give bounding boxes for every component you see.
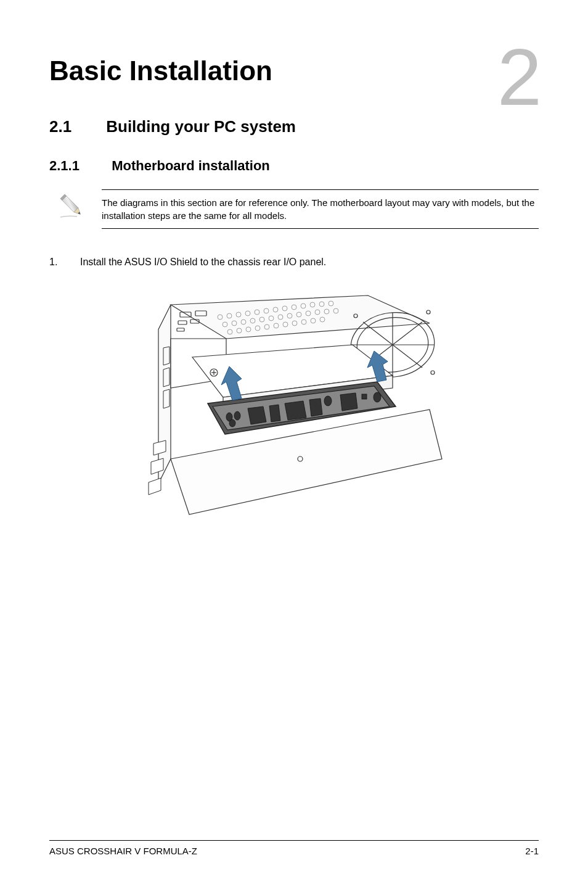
subsection-number: 2.1.1	[49, 158, 108, 174]
chapter-number: 2	[497, 37, 542, 117]
svg-point-54	[431, 371, 435, 374]
io-shield-diagram	[134, 286, 454, 533]
subsection-heading: 2.1.1 Motherboard installation	[49, 158, 539, 174]
section-heading: 2.1 Building your PC system	[49, 117, 539, 136]
instruction-list: 1. Install the ASUS I/O Shield to the ch…	[49, 257, 539, 268]
footer-left: ASUS CROSSHAIR V FORMULA-Z	[49, 846, 197, 856]
svg-rect-63	[362, 394, 367, 399]
instruction-number: 1.	[49, 257, 80, 268]
page-footer: ASUS CROSSHAIR V FORMULA-Z 2-1	[49, 840, 539, 856]
svg-point-60	[234, 411, 240, 420]
svg-rect-43	[178, 321, 187, 324]
note-box: The diagrams in this section are for ref…	[55, 189, 539, 229]
pencil-icon	[55, 189, 89, 223]
section-number: 2.1	[49, 117, 102, 136]
svg-point-53	[427, 310, 430, 314]
chapter-title: Basic Installation	[49, 56, 539, 86]
diagram-container	[49, 286, 539, 533]
svg-point-62	[324, 396, 332, 406]
instruction-item: 1. Install the ASUS I/O Shield to the ch…	[49, 257, 539, 268]
subsection-title: Motherboard installation	[112, 158, 270, 173]
footer-right: 2-1	[525, 846, 539, 856]
svg-point-64	[374, 392, 381, 402]
note-text: The diagrams in this section are for ref…	[102, 189, 539, 229]
svg-point-61	[229, 419, 235, 427]
section-title: Building your PC system	[106, 117, 296, 136]
instruction-text: Install the ASUS I/O Shield to the chass…	[80, 257, 326, 268]
svg-rect-45	[177, 328, 184, 331]
